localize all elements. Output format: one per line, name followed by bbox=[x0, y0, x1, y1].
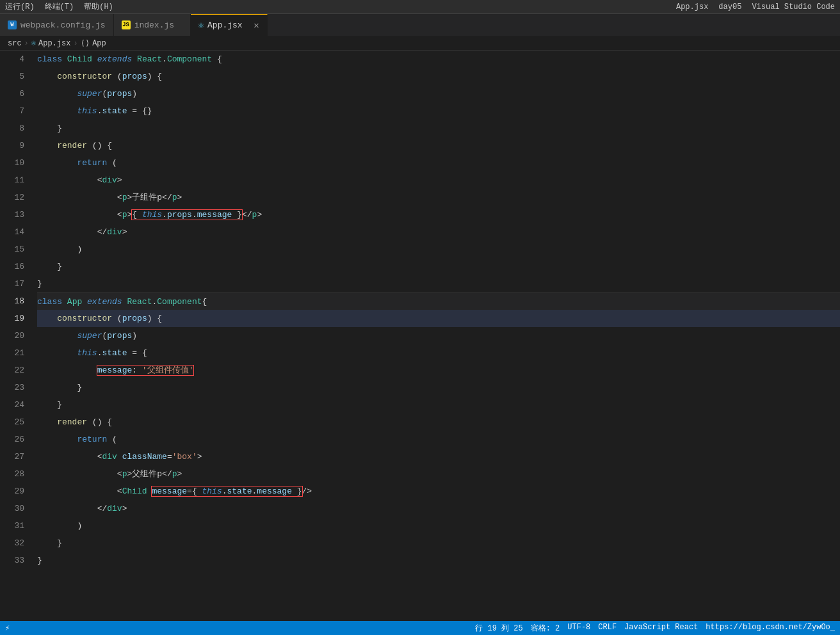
breadcrumb-src[interactable]: src bbox=[8, 39, 22, 48]
code-line-15: ) bbox=[37, 241, 840, 258]
breadcrumb-react-icon: ⚛ bbox=[31, 38, 36, 48]
tab-webpack-config[interactable]: W webpack.config.js bbox=[0, 14, 114, 36]
code-line-29: <Child message={ this.state.message }/> bbox=[37, 483, 840, 500]
code-line-28: <p>父组件p</p> bbox=[37, 465, 840, 483]
code-line-10: return ( bbox=[37, 154, 840, 172]
tab-bar: W webpack.config.js JS index.js ⚛ App.js… bbox=[0, 14, 840, 36]
code-line-27: <div className='box'> bbox=[37, 448, 840, 465]
code-line-13: <p>{ this.props.message }</p> bbox=[37, 206, 840, 223]
tab-app-jsx[interactable]: ⚛ App.jsx ✕ bbox=[191, 14, 268, 36]
webpack-icon: W bbox=[8, 20, 17, 29]
menu-title-vscode: Visual Studio Code bbox=[752, 3, 835, 12]
editor: 4 5 6 7 8 9 10 11 12 13 14 15 16 17 18 1… bbox=[0, 51, 840, 621]
code-line-8: } bbox=[37, 120, 840, 137]
status-encoding: UTF-8 bbox=[567, 623, 590, 634]
menu-bar: 运行(R) 终端(T) 帮助(H) App.jsx day05 Visual S… bbox=[0, 0, 840, 14]
menu-breadcrumb-appjsx: App.jsx bbox=[676, 3, 708, 12]
code-content[interactable]: class Child extends React.Component { co… bbox=[32, 51, 840, 621]
code-line-31: ) bbox=[37, 517, 840, 535]
code-line-14: </div> bbox=[37, 223, 840, 241]
menu-run[interactable]: 运行(R) bbox=[5, 1, 35, 12]
react-icon: ⚛ bbox=[198, 20, 204, 31]
menu-terminal[interactable]: 终端(T) bbox=[45, 1, 74, 12]
tab-index-label: index.js bbox=[134, 20, 174, 30]
breadcrumb-app: App bbox=[92, 39, 106, 48]
code-line-30: </div> bbox=[37, 500, 840, 517]
code-line-16: } bbox=[37, 258, 840, 275]
status-bar: ⚡ 行 19 列 25 容格: 2 UTF-8 CRLF JavaScript … bbox=[0, 621, 840, 635]
code-line-18: class App extends React.Component{ bbox=[37, 293, 840, 310]
status-left: ⚡ bbox=[5, 623, 10, 633]
breadcrumb: src › ⚛ App.jsx › ⟨⟩ App bbox=[0, 36, 840, 51]
tab-app-label: App.jsx bbox=[207, 20, 243, 30]
status-line-ending: CRLF bbox=[598, 623, 617, 634]
code-line-5: constructor (props) { bbox=[37, 68, 840, 85]
breadcrumb-fn-icon: ⟨⟩ bbox=[81, 38, 90, 48]
js-icon: JS bbox=[122, 20, 131, 29]
status-url: https://blog.csdn.net/ZywOo_ bbox=[706, 623, 835, 634]
code-line-19: constructor (props) { bbox=[37, 310, 840, 327]
menu-breadcrumb-day05: day05 bbox=[718, 3, 741, 12]
breadcrumb-sep1: › bbox=[24, 39, 29, 48]
status-lightning: ⚡ bbox=[5, 623, 10, 633]
code-line-12: <p>子组件p</p> bbox=[37, 189, 840, 206]
line-numbers: 4 5 6 7 8 9 10 11 12 13 14 15 16 17 18 1… bbox=[0, 51, 32, 621]
status-spaces: 容格: 2 bbox=[531, 623, 560, 634]
code-line-26: return ( bbox=[37, 431, 840, 448]
code-line-7: this.state = {} bbox=[37, 102, 840, 120]
breadcrumb-sep2: › bbox=[73, 39, 77, 48]
code-line-11: <div> bbox=[37, 172, 840, 189]
code-line-17: } bbox=[37, 275, 840, 293]
code-line-4: class Child extends React.Component { bbox=[37, 51, 840, 68]
code-line-24: } bbox=[37, 396, 840, 414]
tab-index-js[interactable]: JS index.js bbox=[114, 14, 191, 36]
code-line-32: } bbox=[37, 535, 840, 552]
code-line-23: } bbox=[37, 379, 840, 396]
code-line-6: super(props) bbox=[37, 85, 840, 102]
code-line-20: super(props) bbox=[37, 327, 840, 344]
menu-help[interactable]: 帮助(H) bbox=[84, 1, 113, 12]
code-line-22: message: '父组件传值' bbox=[37, 362, 840, 379]
breadcrumb-appjsx[interactable]: App.jsx bbox=[38, 39, 70, 48]
code-line-21: this.state = { bbox=[37, 344, 840, 362]
code-line-9: render () { bbox=[37, 137, 840, 154]
status-language: JavaScript React bbox=[624, 623, 698, 634]
code-line-25: render () { bbox=[37, 414, 840, 431]
status-right: 行 19 列 25 容格: 2 UTF-8 CRLF JavaScript Re… bbox=[475, 623, 835, 634]
status-position: 行 19 列 25 bbox=[475, 623, 522, 634]
code-line-33: } bbox=[37, 552, 840, 569]
tab-webpack-label: webpack.config.js bbox=[20, 20, 106, 30]
tab-close-button[interactable]: ✕ bbox=[254, 21, 259, 30]
